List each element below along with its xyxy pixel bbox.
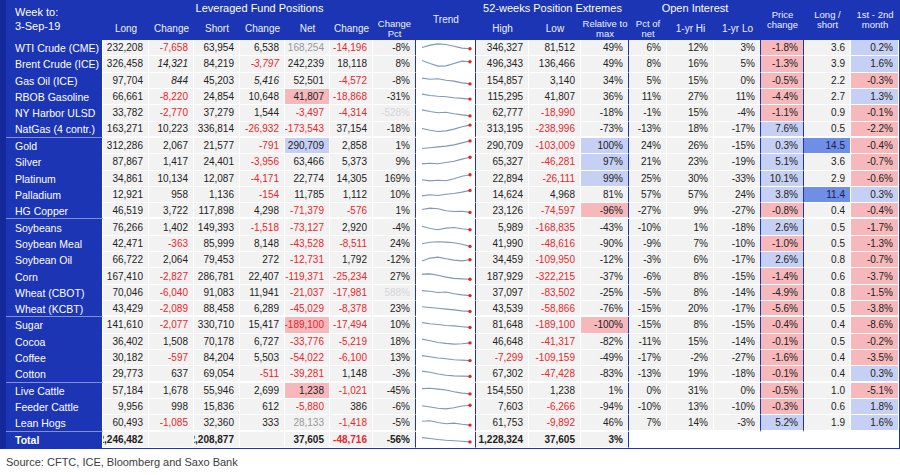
cell-long_short: 0.8: [804, 252, 851, 268]
cell-rel_max: 1%: [581, 383, 629, 399]
cell-long_short: 3.6: [804, 154, 851, 170]
cell-yr_hi: 26%: [667, 138, 714, 154]
row-label: Platinum: [6, 171, 103, 187]
cell-high: 496,343: [476, 56, 529, 72]
trend-cell: [416, 399, 476, 415]
cell-long_chg: 3,722: [149, 203, 194, 219]
cell-low: -168,835: [529, 219, 581, 235]
cell-high: 154,550: [476, 383, 529, 399]
cell-long_short: 3.9: [804, 56, 851, 72]
cell-rel_max: 49%: [581, 40, 629, 56]
cell-long_short: 0.5: [804, 122, 851, 138]
cell-short_chg: 612: [240, 399, 285, 415]
cell-net_chg: -17,494: [330, 317, 373, 333]
trend-end-dot: [468, 258, 471, 261]
cell-net: 290,709: [285, 138, 330, 154]
cell-m1_m2: -5.1%: [851, 383, 899, 399]
cell-long: 141,610: [103, 317, 149, 333]
cell-yr_lo: -10%: [714, 236, 761, 252]
trend-sparkline: [417, 399, 475, 414]
cell-price_chg: -0.8%: [761, 203, 804, 219]
cell-yr_lo: -18%: [714, 219, 761, 235]
cell-low: -83,502: [529, 285, 581, 301]
cell-rel_max: -18%: [581, 105, 629, 121]
cell-short_chg: 333: [240, 415, 285, 431]
trend-cell: [416, 432, 476, 448]
cell-yr_hi: 12%: [667, 40, 714, 56]
trend-end-dot: [468, 60, 471, 63]
cell-long: 312,286: [103, 138, 149, 154]
cell-pct_net: 11%: [629, 89, 667, 105]
cell-short_chg: 15,417: [240, 317, 285, 333]
cell-price_chg: -1.3%: [761, 56, 804, 72]
trend-end-dot: [468, 440, 471, 443]
trend-sparkline: [417, 269, 475, 284]
cell-long: 9,956: [103, 399, 149, 415]
cell-long_short: 1.9: [804, 415, 851, 431]
cell-long_short: 0.5: [804, 334, 851, 350]
col-header-net: Net: [285, 18, 330, 40]
cell-rel_max: 49%: [581, 56, 629, 72]
row-label: Gas Oil (ICE): [6, 73, 103, 89]
cell-high: 5,989: [476, 219, 529, 235]
cell-yr_hi: 15%: [667, 105, 714, 121]
cell-net: -54,022: [285, 350, 330, 366]
row-label: Brent Crude (ICE): [6, 56, 103, 72]
cell-low: -18,990: [529, 105, 581, 121]
cell-short: 15,836: [194, 399, 240, 415]
cell-long: 163,271: [103, 122, 149, 138]
cell-long_chg: 844: [149, 73, 194, 89]
table-row: Lean Hogs60,493-1,08532,36033328,133-1,4…: [6, 415, 899, 431]
table-row: Platinum34,86110,13412,087-4,17122,77414…: [6, 171, 899, 187]
cell-yr_hi: 19%: [667, 366, 714, 382]
cell-long: 36,402: [103, 334, 149, 350]
trend-sparkline: [417, 73, 475, 88]
cell-net_chg: -576: [330, 203, 373, 219]
cell-low: -103,009: [529, 138, 581, 154]
cell-net: -189,100: [285, 317, 330, 333]
cell-short_chg: 6,538: [240, 40, 285, 56]
trend-end-dot: [468, 156, 471, 159]
cell-yr_lo: -15%: [714, 317, 761, 333]
cell-rel_max: -82%: [581, 334, 629, 350]
table-row: Brent Crude (ICE)326,45814,32184,219-3,7…: [6, 56, 899, 72]
cell-yr_lo: -15%: [714, 138, 761, 154]
cell-long_chg: -363: [149, 236, 194, 252]
cell-net_chg: 2,920: [330, 219, 373, 235]
trend-cell: [416, 236, 476, 252]
trend-cell: [416, 334, 476, 350]
cell-long_chg: 1,402: [149, 219, 194, 235]
cell-long_short: 3.6: [804, 40, 851, 56]
cell-short: 21,577: [194, 138, 240, 154]
cell-long_chg: -597: [149, 350, 194, 366]
trend-sparkline: [417, 89, 475, 104]
cell-short_chg: [240, 432, 285, 448]
cell-chg_pct: 1%: [373, 138, 416, 154]
cell-short: 70,178: [194, 334, 240, 350]
row-label: Wheat (CBOT): [6, 285, 103, 301]
cell-rel_max: -12%: [581, 252, 629, 268]
cell-long_short: 11.4: [804, 187, 851, 203]
cell-high: 1,228,324: [476, 432, 529, 448]
cell-low: -41,317: [529, 334, 581, 350]
cell-yr_hi: 8%: [667, 285, 714, 301]
cell-yr_hi: -2%: [667, 350, 714, 366]
cell-yr_hi: 8%: [667, 268, 714, 284]
cell-net: -173,543: [285, 122, 330, 138]
cell-chg_pct: -18%: [373, 122, 416, 138]
cell-short: 91,083: [194, 285, 240, 301]
cell-net: 168,254: [285, 40, 330, 56]
cell-chg_pct: 1%: [373, 203, 416, 219]
cell-low: 81,512: [529, 40, 581, 56]
cell-yr_hi: 57%: [667, 187, 714, 203]
cell-yr_lo: -17%: [714, 122, 761, 138]
col-header-trend: Trend: [416, 0, 476, 40]
col-header-long-short: Long / short: [804, 0, 851, 40]
cell-net_chg: 37,154: [330, 122, 373, 138]
cell-chg_pct: 8%: [373, 56, 416, 72]
report-date: 3-Sep-19: [15, 21, 60, 33]
cell-short_chg: 1,544: [240, 105, 285, 121]
cell-short: 79,453: [194, 252, 240, 268]
cell-short: 24,854: [194, 89, 240, 105]
cell-price_chg: -0.4%: [761, 317, 804, 333]
